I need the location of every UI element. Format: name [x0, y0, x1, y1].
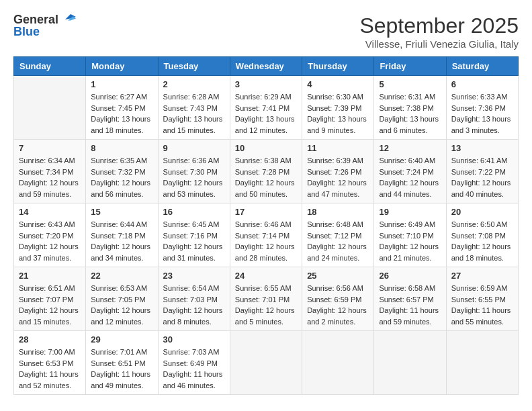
day-info: Sunrise: 6:53 AM Sunset: 7:05 PM Dayligh…: [91, 283, 152, 327]
calendar-cell: 23Sunrise: 6:54 AM Sunset: 7:03 PM Dayli…: [158, 267, 230, 331]
day-number: 7: [19, 143, 81, 153]
day-info: Sunrise: 6:39 AM Sunset: 7:26 PM Dayligh…: [307, 155, 369, 199]
day-number: 22: [91, 271, 152, 281]
day-number: 21: [19, 271, 81, 281]
location-subtitle: Villesse, Friuli Venezia Giulia, Italy: [359, 38, 519, 50]
day-info: Sunrise: 6:28 AM Sunset: 7:43 PM Dayligh…: [163, 91, 225, 136]
day-number: 5: [379, 79, 441, 89]
calendar-cell: 14Sunrise: 6:43 AM Sunset: 7:20 PM Dayli…: [14, 203, 86, 267]
calendar-cell: 7Sunrise: 6:34 AM Sunset: 7:34 PM Daylig…: [14, 140, 86, 203]
calendar-cell: 20Sunrise: 6:50 AM Sunset: 7:08 PM Dayli…: [446, 203, 518, 267]
calendar-cell: 15Sunrise: 6:44 AM Sunset: 7:18 PM Dayli…: [86, 203, 158, 267]
day-number: 14: [19, 207, 81, 217]
calendar-cell: 6Sunrise: 6:33 AM Sunset: 7:36 PM Daylig…: [446, 76, 518, 140]
calendar-cell: [374, 331, 446, 395]
calendar-cell: 9Sunrise: 6:36 AM Sunset: 7:30 PM Daylig…: [158, 140, 230, 203]
day-info: Sunrise: 6:55 AM Sunset: 7:01 PM Dayligh…: [235, 283, 297, 327]
day-info: Sunrise: 6:30 AM Sunset: 7:39 PM Dayligh…: [307, 91, 369, 136]
day-number: 30: [163, 334, 225, 345]
calendar-week-row: 1Sunrise: 6:27 AM Sunset: 7:45 PM Daylig…: [14, 76, 519, 140]
weekday-header-saturday: Saturday: [446, 57, 518, 76]
calendar-cell: 25Sunrise: 6:56 AM Sunset: 6:59 PM Dayli…: [302, 267, 374, 331]
day-info: Sunrise: 6:48 AM Sunset: 7:12 PM Dayligh…: [307, 219, 369, 263]
calendar-cell: [230, 331, 302, 395]
day-number: 23: [163, 271, 225, 281]
day-info: Sunrise: 6:33 AM Sunset: 7:36 PM Dayligh…: [451, 91, 513, 136]
title-area: September 2025 Villesse, Friuli Venezia …: [359, 13, 519, 50]
weekday-header-tuesday: Tuesday: [158, 57, 230, 76]
day-number: 9: [163, 143, 225, 153]
day-number: 2: [163, 79, 225, 89]
calendar-cell: 3Sunrise: 6:29 AM Sunset: 7:41 PM Daylig…: [230, 76, 302, 140]
calendar-cell: 16Sunrise: 6:45 AM Sunset: 7:16 PM Dayli…: [158, 203, 230, 267]
day-info: Sunrise: 6:51 AM Sunset: 7:07 PM Dayligh…: [19, 283, 81, 327]
day-info: Sunrise: 6:29 AM Sunset: 7:41 PM Dayligh…: [235, 91, 297, 136]
calendar-cell: 10Sunrise: 6:38 AM Sunset: 7:28 PM Dayli…: [230, 140, 302, 203]
day-number: 19: [379, 207, 441, 217]
day-number: 12: [379, 143, 441, 153]
day-info: Sunrise: 6:40 AM Sunset: 7:24 PM Dayligh…: [379, 155, 441, 199]
weekday-header-thursday: Thursday: [302, 57, 374, 76]
day-number: 15: [91, 207, 152, 217]
day-number: 8: [91, 143, 152, 153]
logo: General Blue: [13, 13, 76, 38]
calendar-cell: 1Sunrise: 6:27 AM Sunset: 7:45 PM Daylig…: [86, 76, 158, 140]
weekday-header-monday: Monday: [86, 57, 158, 76]
weekday-header-wednesday: Wednesday: [230, 57, 302, 76]
calendar-cell: 30Sunrise: 7:03 AM Sunset: 6:49 PM Dayli…: [158, 331, 230, 395]
calendar-cell: 27Sunrise: 6:59 AM Sunset: 6:55 PM Dayli…: [446, 267, 518, 331]
calendar-cell: 5Sunrise: 6:31 AM Sunset: 7:38 PM Daylig…: [374, 76, 446, 140]
day-info: Sunrise: 6:31 AM Sunset: 7:38 PM Dayligh…: [379, 91, 441, 136]
day-info: Sunrise: 6:38 AM Sunset: 7:28 PM Dayligh…: [235, 155, 297, 199]
day-number: 29: [91, 334, 152, 345]
calendar-cell: 24Sunrise: 6:55 AM Sunset: 7:01 PM Dayli…: [230, 267, 302, 331]
day-info: Sunrise: 6:54 AM Sunset: 7:03 PM Dayligh…: [163, 283, 225, 327]
day-info: Sunrise: 6:49 AM Sunset: 7:10 PM Dayligh…: [379, 219, 441, 263]
calendar-cell: 2Sunrise: 6:28 AM Sunset: 7:43 PM Daylig…: [158, 76, 230, 140]
day-info: Sunrise: 6:41 AM Sunset: 7:22 PM Dayligh…: [451, 155, 513, 199]
day-number: 11: [307, 143, 369, 153]
calendar-cell: [446, 331, 518, 395]
weekday-header-friday: Friday: [374, 57, 446, 76]
calendar-cell: 17Sunrise: 6:46 AM Sunset: 7:14 PM Dayli…: [230, 203, 302, 267]
day-number: 24: [235, 271, 297, 281]
weekday-header-sunday: Sunday: [14, 57, 86, 76]
day-info: Sunrise: 7:01 AM Sunset: 6:51 PM Dayligh…: [91, 347, 152, 391]
logo-general-text: General: [13, 13, 58, 26]
calendar-cell: [302, 331, 374, 395]
day-number: 3: [235, 79, 297, 89]
day-number: 16: [163, 207, 225, 217]
day-info: Sunrise: 6:58 AM Sunset: 6:57 PM Dayligh…: [379, 283, 441, 327]
day-info: Sunrise: 7:00 AM Sunset: 6:53 PM Dayligh…: [19, 347, 81, 391]
calendar-week-row: 7Sunrise: 6:34 AM Sunset: 7:34 PM Daylig…: [14, 140, 519, 203]
day-info: Sunrise: 6:36 AM Sunset: 7:30 PM Dayligh…: [163, 155, 225, 199]
day-info: Sunrise: 6:56 AM Sunset: 6:59 PM Dayligh…: [307, 283, 369, 327]
day-number: 28: [19, 334, 81, 345]
day-info: Sunrise: 6:44 AM Sunset: 7:18 PM Dayligh…: [91, 219, 152, 263]
day-number: 13: [451, 143, 513, 153]
day-number: 17: [235, 207, 297, 217]
day-number: 1: [91, 79, 152, 89]
calendar-cell: 18Sunrise: 6:48 AM Sunset: 7:12 PM Dayli…: [302, 203, 374, 267]
day-number: 20: [451, 207, 513, 217]
day-number: 26: [379, 271, 441, 281]
calendar-cell: [14, 76, 86, 140]
calendar-cell: 4Sunrise: 6:30 AM Sunset: 7:39 PM Daylig…: [302, 76, 374, 140]
day-info: Sunrise: 7:03 AM Sunset: 6:49 PM Dayligh…: [163, 347, 225, 391]
day-number: 4: [307, 79, 369, 89]
calendar-week-row: 21Sunrise: 6:51 AM Sunset: 7:07 PM Dayli…: [14, 267, 519, 331]
calendar-cell: 19Sunrise: 6:49 AM Sunset: 7:10 PM Dayli…: [374, 203, 446, 267]
day-info: Sunrise: 6:35 AM Sunset: 7:32 PM Dayligh…: [91, 155, 152, 199]
calendar-cell: 8Sunrise: 6:35 AM Sunset: 7:32 PM Daylig…: [86, 140, 158, 203]
weekday-header-row: SundayMondayTuesdayWednesdayThursdayFrid…: [14, 57, 519, 76]
calendar-cell: 22Sunrise: 6:53 AM Sunset: 7:05 PM Dayli…: [86, 267, 158, 331]
day-info: Sunrise: 6:43 AM Sunset: 7:20 PM Dayligh…: [19, 219, 81, 263]
day-info: Sunrise: 6:46 AM Sunset: 7:14 PM Dayligh…: [235, 219, 297, 263]
calendar-cell: 29Sunrise: 7:01 AM Sunset: 6:51 PM Dayli…: [86, 331, 158, 395]
calendar-week-row: 14Sunrise: 6:43 AM Sunset: 7:20 PM Dayli…: [14, 203, 519, 267]
day-number: 25: [307, 271, 369, 281]
day-info: Sunrise: 6:50 AM Sunset: 7:08 PM Dayligh…: [451, 219, 513, 263]
day-info: Sunrise: 6:59 AM Sunset: 6:55 PM Dayligh…: [451, 283, 513, 327]
day-number: 18: [307, 207, 369, 217]
day-number: 6: [451, 79, 513, 89]
